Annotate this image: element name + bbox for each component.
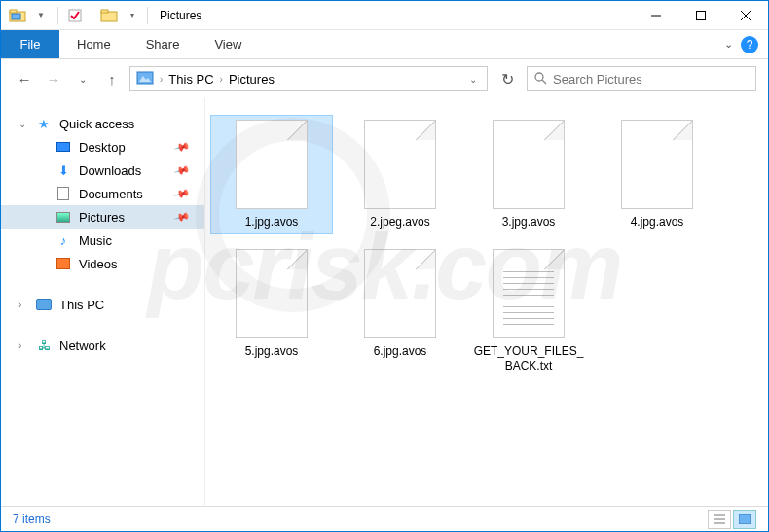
explorer-icon [7,5,28,26]
qat-customize-icon[interactable]: ▾ [122,5,143,26]
sidebar-item-pictures[interactable]: Pictures 📌 [1,205,204,229]
file-name: 5.jpg.avos [245,344,299,359]
help-button[interactable]: ? [741,36,758,53]
forward-button[interactable]: → [42,67,65,90]
chevron-down-icon[interactable]: ⌄ [18,119,26,129]
file-item[interactable]: 4.jpg.avos [597,116,717,233]
file-item[interactable]: 1.jpg.avos [211,116,332,233]
file-name: 6.jpg.avos [374,344,427,359]
address-dropdown-icon[interactable]: ⌄ [465,74,481,85]
search-input[interactable] [553,72,750,87]
sidebar-item-desktop[interactable]: Desktop 📌 [1,135,204,159]
sidebar-item-label: Quick access [59,117,134,131]
file-item[interactable]: 6.jpg.avos [340,245,460,377]
generic-file-icon [236,120,308,209]
pin-icon: 📌 [173,208,192,226]
tab-view[interactable]: View [197,30,259,58]
ribbon: File Home Share View ⌄ ? [1,30,768,59]
sidebar-item-label: Downloads [79,163,141,178]
sidebar-item-label: Videos [79,257,118,271]
file-list[interactable]: 1.jpg.avos2.jpeg.avos3.jpg.avos4.jpg.avo… [205,98,768,506]
recent-locations-button[interactable]: ⌄ [71,67,94,90]
this-pc-icon [36,297,52,312]
sidebar-item-music[interactable]: ♪ Music [1,229,204,252]
documents-icon [55,186,71,201]
sidebar-quick-access[interactable]: ⌄ ★ Quick access [1,112,204,135]
file-name: 1.jpg.avos [245,215,299,230]
chevron-right-icon[interactable]: › [18,340,21,351]
file-item[interactable]: 5.jpg.avos [211,245,332,377]
search-box[interactable] [527,66,756,91]
sidebar-item-downloads[interactable]: ⬇ Downloads 📌 [1,159,204,182]
videos-icon [55,256,71,271]
ribbon-expand-icon[interactable]: ⌄ [724,38,733,51]
generic-file-icon [493,120,565,209]
pin-icon: 📌 [173,185,192,202]
network-icon: 🖧 [36,337,52,353]
sidebar-network[interactable]: › 🖧 Network [1,334,204,357]
file-name: 3.jpg.avos [502,215,556,230]
details-view-button[interactable] [708,510,731,529]
generic-file-icon [364,249,436,338]
navigation-bar: ← → ⌄ ↑ › This PC › Pictures ⌄ ↻ [1,59,768,98]
tab-home[interactable]: Home [59,30,128,58]
svg-point-12 [535,73,543,81]
text-file-icon [493,249,565,338]
star-icon: ★ [36,116,52,131]
svg-rect-7 [697,11,706,19]
file-tab[interactable]: File [1,30,59,58]
close-button[interactable] [723,1,768,30]
chevron-right-icon[interactable]: › [220,74,223,85]
svg-rect-1 [10,10,17,13]
sidebar-item-documents[interactable]: Documents 📌 [1,182,204,205]
breadcrumb-pictures[interactable]: Pictures [229,72,275,87]
sidebar-item-label: Network [59,338,106,353]
sidebar-item-label: This PC [59,298,104,312]
svg-rect-5 [101,10,108,13]
sidebar-item-label: Music [79,233,112,248]
title-bar: ▼ ▾ Pictures [1,1,768,30]
sidebar-item-videos[interactable]: Videos [1,252,204,275]
quick-access-toolbar: ▼ ▾ [1,5,143,26]
sidebar-item-label: Pictures [79,210,125,225]
qat-dropdown-icon[interactable]: ▼ [30,5,52,26]
chevron-right-icon[interactable]: › [18,300,21,310]
file-item[interactable]: GET_YOUR_FILES_BACK.txt [468,245,589,377]
refresh-button[interactable]: ↻ [494,66,521,91]
location-pictures-icon [136,71,154,88]
file-item[interactable]: 2.jpeg.avos [340,116,460,233]
generic-file-icon [236,249,308,338]
pin-icon: 📌 [173,138,192,156]
sidebar-item-label: Desktop [79,140,126,155]
downloads-icon: ⬇ [55,162,71,178]
search-icon [533,71,547,88]
file-name: GET_YOUR_FILES_BACK.txt [472,344,585,373]
file-item[interactable]: 3.jpg.avos [468,116,589,233]
up-button[interactable]: ↑ [100,67,124,90]
sidebar-this-pc[interactable]: › This PC [1,293,204,316]
pin-icon: 📌 [173,161,192,179]
back-button[interactable]: ← [13,67,36,90]
pictures-icon [55,209,71,225]
generic-file-icon [621,120,693,209]
file-name: 2.jpeg.avos [370,215,429,230]
svg-line-13 [542,80,546,84]
generic-file-icon [364,120,436,209]
music-icon: ♪ [55,232,71,248]
breadcrumb-this-pc[interactable]: This PC [168,72,213,87]
status-bar: 7 items [1,506,768,531]
minimize-button[interactable] [634,1,678,30]
chevron-right-icon[interactable]: › [160,74,163,85]
svg-rect-2 [12,14,20,19]
properties-check-icon[interactable] [64,5,86,26]
navigation-pane: ⌄ ★ Quick access Desktop 📌 ⬇ Downloads 📌… [1,98,205,506]
desktop-icon [55,139,71,155]
maximize-button[interactable] [678,1,723,30]
thumbnails-view-button[interactable] [733,510,756,529]
tab-share[interactable]: Share [128,30,198,58]
status-item-count: 7 items [13,513,51,526]
svg-rect-10 [137,72,153,84]
svg-rect-17 [739,514,751,524]
address-bar[interactable]: › This PC › Pictures ⌄ [129,66,488,91]
new-folder-icon[interactable] [98,5,120,26]
